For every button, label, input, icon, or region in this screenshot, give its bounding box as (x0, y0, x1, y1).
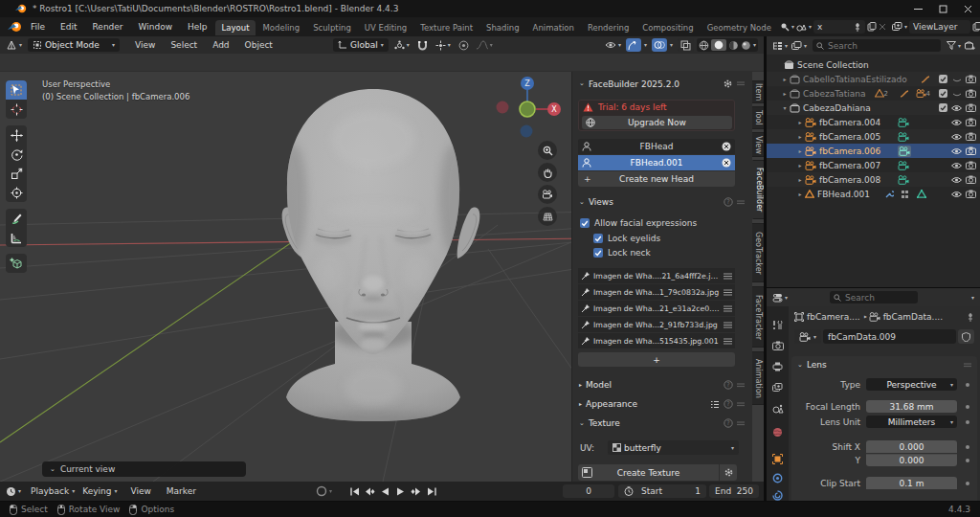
disable-render-toggle[interactable] (966, 118, 976, 126)
help-icon[interactable]: ? (724, 418, 733, 428)
snap-toggle[interactable] (415, 38, 430, 52)
outliner-row-cabeza-dahiana[interactable]: ▾ CabezaDahiana (767, 101, 980, 115)
appearance-section-header[interactable]: ▸Appearance ? (572, 399, 752, 409)
playback-menu[interactable]: Playback▾ (29, 484, 77, 498)
add-workspace-button[interactable]: ▾ (778, 20, 796, 34)
outliner-row-fbcamera006-selected[interactable]: ▸ fbCamera.006 (767, 144, 980, 158)
editor-type-button[interactable]: ▾ (4, 38, 24, 52)
view-layer-field[interactable]: ViewLayer (909, 20, 970, 34)
sidebar-tab-item[interactable]: Item (752, 80, 764, 103)
current-frame-field[interactable]: 0 (563, 484, 614, 498)
pin-icon[interactable] (967, 313, 974, 322)
animate-dot[interactable] (966, 383, 969, 387)
tool-add-cube[interactable] (6, 254, 27, 273)
maximize-button[interactable] (930, 0, 955, 17)
tab-view-layer-icon[interactable] (770, 381, 785, 394)
hide-viewport-toggle[interactable] (952, 76, 962, 83)
lens-unit-dropdown[interactable]: Millimeters▾ (866, 416, 957, 428)
properties-search-input[interactable]: Search (830, 291, 918, 303)
new-collection-button[interactable] (963, 39, 977, 53)
pan-button[interactable] (538, 163, 557, 182)
outliner-display-mode[interactable]: ▾ (790, 39, 809, 53)
tool-cursor[interactable] (6, 100, 27, 119)
shift-y-field[interactable]: 0.000 (866, 454, 957, 466)
pin-icon[interactable] (854, 23, 861, 32)
hide-viewport-toggle[interactable] (952, 90, 962, 98)
image-menu-icon[interactable] (724, 273, 732, 280)
orientation-gizmo[interactable]: Z X (483, 72, 569, 158)
panel-drag-dots[interactable] (737, 421, 745, 426)
head-model[interactable] (279, 86, 482, 421)
tab-physics-icon[interactable] (770, 488, 785, 501)
camera-view-button[interactable] (538, 185, 557, 204)
menu-file[interactable]: File (23, 22, 53, 32)
animate-dot[interactable] (966, 405, 969, 409)
menu-render[interactable]: Render (85, 22, 131, 32)
object-visibility-dropdown[interactable]: ▾ (603, 38, 623, 52)
delete-head-icon[interactable] (722, 158, 731, 168)
checkbox-lock-eyelids[interactable]: Lock eyelids (593, 234, 660, 243)
record-icon[interactable] (316, 485, 327, 497)
play-reverse-button[interactable] (378, 484, 392, 498)
image-item[interactable]: Imagen de Wha....21_6a4fff2e.jpg (578, 268, 735, 283)
hide-viewport-toggle[interactable] (951, 119, 962, 126)
menu-select[interactable]: Select (163, 40, 205, 50)
lens-panel-header[interactable]: ⌄Lens (791, 356, 977, 373)
timeline-editor-button[interactable]: ▾ (4, 484, 23, 498)
outliner-row-fbcamera004[interactable]: ▸ fbCamera.004 (767, 115, 980, 129)
disable-render-toggle[interactable] (966, 89, 976, 98)
proportional-edit-toggle[interactable] (457, 38, 471, 52)
menu-help[interactable]: Help (180, 22, 215, 32)
menu-window[interactable]: Window (131, 22, 181, 32)
shading-wireframe-icon[interactable] (699, 40, 709, 51)
head-item-fbhead[interactable]: FBHead (578, 139, 735, 154)
mode-dropdown[interactable]: Object Mode▾ (28, 38, 120, 52)
unlink-scene-icon[interactable] (879, 23, 886, 31)
add-image-button[interactable]: + (578, 352, 735, 367)
outliner-filter-button[interactable]: ▾ (945, 39, 963, 53)
shading-dropdown[interactable]: ▾ (753, 42, 756, 48)
shift-x-field[interactable]: 0.000 (866, 440, 957, 453)
tool-annotate[interactable] (6, 209, 27, 228)
disable-render-toggle[interactable] (966, 146, 976, 155)
checkbox-lock-neck[interactable]: Lock neck (593, 248, 651, 258)
minimize-button[interactable] (905, 0, 930, 17)
gizmos-dropdown[interactable]: ▾ (642, 38, 649, 52)
sidebar-tab-tool[interactable]: Tool (752, 106, 764, 129)
checkbox-facial-expressions[interactable]: Allow facial expressions (580, 218, 697, 228)
image-menu-icon[interactable] (724, 289, 732, 296)
outliner-editor-button[interactable]: ▾ (770, 39, 790, 53)
disable-render-toggle[interactable] (966, 190, 976, 198)
model-section-header[interactable]: ▸Model ? (572, 380, 752, 390)
help-icon[interactable]: ? (724, 380, 733, 390)
disable-render-toggle[interactable] (966, 175, 976, 184)
panel-drag-dots[interactable] (964, 363, 971, 368)
blender-menu-icon[interactable] (8, 21, 23, 33)
sidebar-tab-geotracker[interactable]: GeoTracker (752, 223, 764, 282)
breadcrumb-data[interactable]: fbCamData.... (883, 312, 943, 322)
panel-drag-dots[interactable] (737, 402, 745, 407)
animate-dot[interactable] (966, 420, 969, 424)
tab-constraints-icon[interactable] (770, 471, 785, 484)
tool-rotate[interactable] (6, 145, 27, 164)
image-item[interactable]: Imagen de Wha...1_79c0832a.jpg (578, 284, 735, 300)
outliner-row-cabeza-tatiana[interactable]: ▸ CabezaTatiana 2 4 (767, 86, 980, 101)
panel-drag-dots[interactable] (737, 200, 745, 205)
breadcrumb-object[interactable]: fbCamera.... (807, 312, 860, 322)
image-item[interactable]: Imagen de Wha...21_e31a2ce0.jpg (578, 301, 735, 316)
tool-transform[interactable] (6, 183, 27, 202)
tool-measure[interactable] (6, 228, 27, 247)
image-menu-icon[interactable] (724, 322, 732, 328)
workspace-tab-uv-editing[interactable]: UV Editing (358, 20, 413, 35)
sidebar-tab-view[interactable]: View (752, 132, 764, 157)
image-item[interactable]: Imagen de Wha...515435.jpg.001 (578, 333, 735, 348)
facebuilder-section-header[interactable]: ⌄FaceBuilder 2025.2.0 (572, 72, 752, 89)
sidebar-tab-facetracker[interactable]: FaceTracker (752, 286, 764, 348)
create-head-button[interactable]: + Create new Head (578, 171, 735, 187)
frame-start-field[interactable]: Start1 (618, 484, 706, 498)
jump-to-start-button[interactable] (347, 484, 362, 498)
upgrade-button[interactable]: Upgrade Now (582, 116, 732, 129)
fake-user-button[interactable] (958, 329, 974, 344)
falloff-dropdown[interactable]: ▾ (475, 38, 495, 52)
sidebar-tab-facebuilder[interactable]: FaceBuilder (752, 160, 764, 219)
